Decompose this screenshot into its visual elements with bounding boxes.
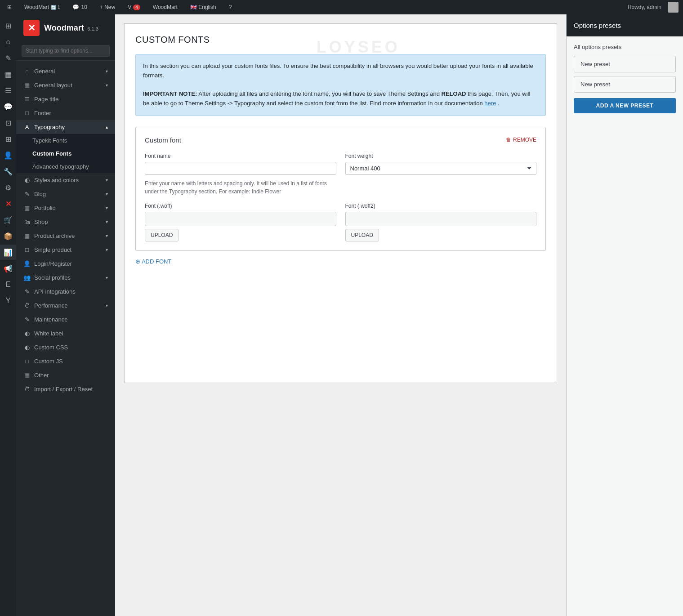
shop-arrow: ▾ [106, 219, 108, 224]
shop-icon: 🛍 [23, 219, 31, 225]
font-card: Custom font 🗑 REMOVE Font name Enter you… [135, 127, 546, 251]
wp-icon[interactable]: ⊞ [4, 0, 14, 14]
font-woff-input[interactable] [145, 212, 336, 226]
nav-label-styles-colors: Styles and colors [34, 177, 102, 183]
nav-item-styles-colors[interactable]: ◐ Styles and colors ▾ [16, 173, 115, 187]
styles-colors-icon: ◐ [23, 177, 31, 183]
nav-label-single-product: Single product [34, 246, 102, 253]
plugins-icon[interactable]: ⊞ [0, 131, 16, 147]
search-input[interactable] [22, 45, 110, 57]
nav-item-product-archive[interactable]: ▦ Product archive ▾ [16, 229, 115, 243]
font-upload-fields: Font (.woff) UPLOAD Font (.woff2) UPLOAD [145, 203, 536, 241]
nav-item-footer[interactable]: □ Footer [16, 106, 115, 120]
nav-label-white-label: White label [34, 330, 108, 337]
products-icon[interactable]: 📦 [0, 228, 16, 244]
howdy-user[interactable]: Howdy, admin [625, 4, 664, 10]
nav-item-portfolio[interactable]: ▦ Portfolio ▾ [16, 201, 115, 215]
font-card-header: Custom font 🗑 REMOVE [145, 136, 536, 144]
admin-bar: ⊞ WoodMart 🔄 1 💬 10 + New V 4 WoodMart 🇬… [0, 0, 683, 14]
single-product-arrow: ▾ [106, 247, 108, 252]
sidebar-header: ✕ Woodmart 6.1.3 [16, 14, 115, 41]
preset-button-1[interactable]: New preset [574, 56, 676, 72]
right-sidebar-header: Options presets [567, 14, 683, 36]
visual-composer[interactable]: V 4 [125, 0, 143, 14]
info-here-link[interactable]: here [484, 100, 496, 107]
general-layout-icon: ▦ [23, 82, 31, 89]
wp-menu-icon[interactable]: ⊞ [0, 18, 16, 33]
font-weight-label: Font weight [345, 153, 537, 159]
product-archive-arrow: ▾ [106, 233, 108, 238]
help-button[interactable]: ? [226, 0, 235, 14]
dashboard-icon[interactable]: ⌂ [0, 34, 16, 49]
portfolio-icon: ▦ [23, 205, 31, 211]
woodmart-icon[interactable]: ✕ [0, 196, 16, 211]
remove-label: REMOVE [513, 137, 536, 143]
nav-item-single-product[interactable]: □ Single product ▾ [16, 243, 115, 257]
theme-name[interactable]: WoodMart [150, 0, 180, 14]
media-icon[interactable]: ▦ [0, 67, 16, 82]
info-text2: After uploading all files and entering t… [198, 90, 441, 97]
nav-item-general-layout[interactable]: ▦ General layout ▾ [16, 78, 115, 92]
add-font-button[interactable]: ⊕ ADD FONT [135, 258, 171, 265]
nav-item-general[interactable]: ⌂ General ▾ [16, 64, 115, 78]
typography-arrow: ▴ [106, 125, 108, 129]
general-arrow: ▾ [106, 69, 108, 74]
font-weight-select[interactable]: Normal 400 Thin 100 Extra Light 200 Ligh… [345, 162, 537, 175]
nav-label-import-export: Import / Export / Reset [34, 386, 108, 393]
remove-font-button[interactable]: 🗑 REMOVE [506, 137, 536, 143]
font-woff2-label: Font (.woff2) [345, 203, 537, 209]
typography-icon: A [23, 124, 31, 130]
nav-item-api-integrations[interactable]: ✎ API integrations [16, 285, 115, 299]
upload-woff-button[interactable]: UPLOAD [145, 229, 179, 241]
submenu-custom-fonts[interactable]: Custom Fonts [16, 147, 115, 160]
nav-item-social-profiles[interactable]: 👥 Social profiles ▾ [16, 271, 115, 285]
tools-icon[interactable]: 🔧 [0, 164, 16, 179]
marketing-icon[interactable]: 📢 [0, 261, 16, 276]
add-preset-button[interactable]: ADD A NEW PRESET [574, 98, 676, 113]
comments-icon[interactable]: 💬 [0, 99, 16, 114]
language-switcher[interactable]: 🇬🇧 English [187, 0, 219, 14]
nav-item-custom-js[interactable]: □ Custom JS [16, 354, 115, 368]
preset-button-2[interactable]: New preset [574, 76, 676, 93]
comments-link[interactable]: 💬 10 [70, 0, 89, 14]
upload-woff2-button[interactable]: UPLOAD [345, 229, 379, 241]
right-sidebar-content: All options presets New preset New prese… [567, 36, 683, 121]
analytics-icon[interactable]: 📊 [0, 245, 16, 260]
settings-icon[interactable]: ⚙ [0, 180, 16, 195]
nav-item-blog[interactable]: ✎ Blog ▾ [16, 187, 115, 201]
performance-icon: ⏱ [23, 302, 31, 309]
nav-item-page-title[interactable]: ☰ Page title [16, 92, 115, 106]
sidebar-version: 6.1.3 [87, 26, 98, 31]
custom-css-icon: ◐ [23, 344, 31, 351]
nav-item-shop[interactable]: 🛍 Shop ▾ [16, 215, 115, 229]
sidebar-brand: Woodmart [44, 23, 84, 32]
other-icon: ▦ [23, 372, 31, 379]
posts-icon[interactable]: ✎ [0, 50, 16, 66]
site-name[interactable]: WoodMart 🔄 1 [22, 0, 62, 14]
white-label-icon: ◐ [23, 330, 31, 337]
nav-item-maintenance[interactable]: ✎ Maintenance [16, 312, 115, 326]
submenu-typekit-fonts[interactable]: Typekit Fonts [16, 134, 115, 147]
performance-arrow: ▾ [106, 303, 108, 308]
reload-label: RELOAD [442, 90, 466, 97]
nav-item-white-label[interactable]: ◐ White label [16, 326, 115, 340]
nav-item-other[interactable]: ▦ Other [16, 368, 115, 382]
font-woff-label: Font (.woff) [145, 203, 336, 209]
nav-item-performance[interactable]: ⏱ Performance ▾ [16, 299, 115, 312]
new-content[interactable]: + New [97, 0, 118, 14]
woocommerce-icon[interactable]: 🛒 [0, 212, 16, 228]
nav-item-typography[interactable]: A Typography ▴ [16, 120, 115, 134]
pages-icon[interactable]: ☰ [0, 83, 16, 98]
font-woff2-input[interactable] [345, 212, 537, 226]
nav-item-login-register[interactable]: 👤 Login/Register [16, 257, 115, 271]
nav-item-custom-css[interactable]: ◐ Custom CSS [16, 340, 115, 354]
nav-item-import-export[interactable]: ⏱ Import / Export / Reset [16, 382, 115, 396]
custom-js-icon: □ [23, 358, 31, 365]
submenu-advanced-typography[interactable]: Advanced typography [16, 160, 115, 173]
yoast-icon[interactable]: Y [0, 293, 16, 308]
appearance-icon[interactable]: ⊡ [0, 115, 16, 130]
elementor-icon[interactable]: E [0, 277, 16, 292]
users-icon[interactable]: 👤 [0, 147, 16, 163]
maintenance-icon: ✎ [23, 316, 31, 323]
font-name-input[interactable] [145, 162, 336, 175]
